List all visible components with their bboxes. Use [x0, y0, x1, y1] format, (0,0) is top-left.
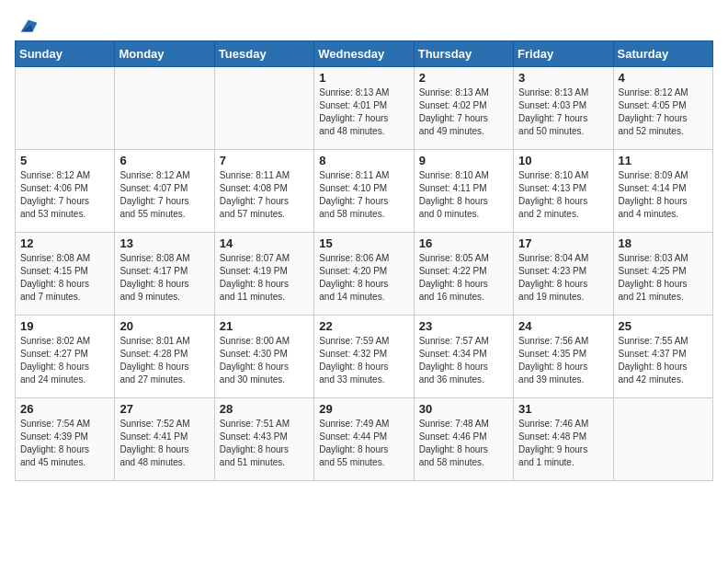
calendar-cell — [214, 67, 313, 150]
day-number: 7 — [220, 154, 309, 167]
day-info: Sunrise: 7:52 AM Sunset: 4:41 PM Dayligh… — [119, 418, 209, 469]
day-info: Sunrise: 7:51 AM Sunset: 4:43 PM Dayligh… — [220, 418, 309, 469]
calendar-cell: 5Sunrise: 8:12 AM Sunset: 4:06 PM Daylig… — [16, 150, 115, 233]
day-info: Sunrise: 8:13 AM Sunset: 4:01 PM Dayligh… — [319, 86, 408, 138]
day-number: 13 — [119, 236, 209, 250]
calendar-cell: 13Sunrise: 8:08 AM Sunset: 4:17 PM Dayli… — [115, 233, 214, 316]
day-info: Sunrise: 8:05 AM Sunset: 4:22 PM Dayligh… — [419, 252, 508, 304]
day-info: Sunrise: 8:08 AM Sunset: 4:15 PM Dayligh… — [20, 252, 109, 304]
day-info: Sunrise: 8:13 AM Sunset: 4:02 PM Dayligh… — [419, 86, 508, 138]
weekday-header-sunday: Sunday — [16, 41, 115, 67]
calendar-header: SundayMondayTuesdayWednesdayThursdayFrid… — [16, 41, 713, 67]
day-info: Sunrise: 7:54 AM Sunset: 4:39 PM Dayligh… — [20, 418, 109, 469]
calendar-cell: 11Sunrise: 8:09 AM Sunset: 4:14 PM Dayli… — [613, 150, 712, 233]
day-number: 11 — [619, 154, 708, 167]
day-info: Sunrise: 8:03 AM Sunset: 4:25 PM Dayligh… — [619, 252, 708, 304]
calendar-cell — [115, 67, 214, 150]
day-info: Sunrise: 7:56 AM Sunset: 4:35 PM Dayligh… — [518, 335, 608, 386]
day-info: Sunrise: 8:11 AM Sunset: 4:10 PM Dayligh… — [319, 169, 408, 221]
calendar-cell: 20Sunrise: 8:01 AM Sunset: 4:28 PM Dayli… — [115, 316, 214, 398]
day-info: Sunrise: 7:55 AM Sunset: 4:37 PM Dayligh… — [619, 335, 708, 386]
calendar-cell: 8Sunrise: 8:11 AM Sunset: 4:10 PM Daylig… — [314, 150, 414, 233]
day-number: 2 — [419, 71, 508, 85]
calendar-week-5: 26Sunrise: 7:54 AM Sunset: 4:39 PM Dayli… — [16, 398, 713, 481]
calendar-table: SundayMondayTuesdayWednesdayThursdayFrid… — [15, 40, 713, 481]
day-number: 29 — [319, 402, 408, 416]
day-number: 3 — [518, 71, 608, 85]
day-info: Sunrise: 8:09 AM Sunset: 4:14 PM Dayligh… — [619, 169, 708, 221]
calendar-week-2: 5Sunrise: 8:12 AM Sunset: 4:06 PM Daylig… — [16, 150, 713, 233]
day-number: 25 — [619, 319, 708, 333]
day-info: Sunrise: 8:04 AM Sunset: 4:23 PM Dayligh… — [518, 252, 608, 304]
weekday-header-thursday: Thursday — [414, 41, 513, 67]
day-number: 18 — [619, 236, 708, 250]
day-number: 19 — [20, 319, 109, 333]
calendar-cell: 4Sunrise: 8:12 AM Sunset: 4:05 PM Daylig… — [613, 67, 712, 150]
day-number: 10 — [518, 154, 608, 167]
calendar-cell: 18Sunrise: 8:03 AM Sunset: 4:25 PM Dayli… — [613, 233, 712, 316]
calendar-cell: 6Sunrise: 8:12 AM Sunset: 4:07 PM Daylig… — [115, 150, 214, 233]
calendar-week-3: 12Sunrise: 8:08 AM Sunset: 4:15 PM Dayli… — [16, 233, 713, 316]
day-info: Sunrise: 8:11 AM Sunset: 4:08 PM Dayligh… — [220, 169, 309, 221]
calendar-cell: 7Sunrise: 8:11 AM Sunset: 4:08 PM Daylig… — [214, 150, 313, 233]
day-number: 24 — [518, 319, 608, 333]
day-info: Sunrise: 8:08 AM Sunset: 4:17 PM Dayligh… — [119, 252, 209, 304]
day-info: Sunrise: 7:46 AM Sunset: 4:48 PM Dayligh… — [518, 418, 608, 469]
day-number: 28 — [220, 402, 309, 416]
calendar-cell: 1Sunrise: 8:13 AM Sunset: 4:01 PM Daylig… — [314, 67, 414, 150]
calendar-cell: 2Sunrise: 8:13 AM Sunset: 4:02 PM Daylig… — [414, 67, 513, 150]
day-number: 16 — [419, 236, 508, 250]
day-number: 4 — [619, 71, 708, 85]
day-info: Sunrise: 7:48 AM Sunset: 4:46 PM Dayligh… — [419, 418, 508, 469]
day-number: 14 — [220, 236, 309, 250]
day-number: 1 — [319, 71, 408, 85]
calendar-body: 1Sunrise: 8:13 AM Sunset: 4:01 PM Daylig… — [16, 67, 713, 481]
calendar-week-1: 1Sunrise: 8:13 AM Sunset: 4:01 PM Daylig… — [16, 67, 713, 150]
day-number: 9 — [419, 154, 508, 167]
calendar-cell: 14Sunrise: 8:07 AM Sunset: 4:19 PM Dayli… — [214, 233, 313, 316]
calendar-cell: 16Sunrise: 8:05 AM Sunset: 4:22 PM Dayli… — [414, 233, 513, 316]
weekday-header-saturday: Saturday — [613, 41, 712, 67]
day-info: Sunrise: 7:59 AM Sunset: 4:32 PM Dayligh… — [319, 335, 408, 386]
day-number: 8 — [319, 154, 408, 167]
day-number: 20 — [119, 319, 209, 333]
day-info: Sunrise: 8:12 AM Sunset: 4:05 PM Dayligh… — [619, 86, 708, 138]
day-info: Sunrise: 7:57 AM Sunset: 4:34 PM Dayligh… — [419, 335, 508, 386]
day-number: 23 — [419, 319, 508, 333]
calendar-cell — [613, 398, 712, 481]
day-number: 15 — [319, 236, 408, 250]
calendar-cell: 24Sunrise: 7:56 AM Sunset: 4:35 PM Dayli… — [514, 316, 613, 398]
calendar-cell: 27Sunrise: 7:52 AM Sunset: 4:41 PM Dayli… — [115, 398, 214, 481]
calendar-cell: 10Sunrise: 8:10 AM Sunset: 4:13 PM Dayli… — [514, 150, 613, 233]
day-number: 6 — [119, 154, 209, 167]
day-info: Sunrise: 8:06 AM Sunset: 4:20 PM Dayligh… — [319, 252, 408, 304]
logo — [15, 15, 39, 33]
day-number: 31 — [518, 402, 608, 416]
calendar-cell: 9Sunrise: 8:10 AM Sunset: 4:11 PM Daylig… — [414, 150, 513, 233]
day-number: 22 — [319, 319, 408, 333]
weekday-header-friday: Friday — [514, 41, 613, 67]
day-number: 12 — [20, 236, 109, 250]
day-info: Sunrise: 7:49 AM Sunset: 4:44 PM Dayligh… — [319, 418, 408, 469]
day-number: 30 — [419, 402, 508, 416]
day-info: Sunrise: 8:12 AM Sunset: 4:06 PM Dayligh… — [20, 169, 109, 221]
calendar-cell: 21Sunrise: 8:00 AM Sunset: 4:30 PM Dayli… — [214, 316, 313, 398]
calendar-cell: 17Sunrise: 8:04 AM Sunset: 4:23 PM Dayli… — [514, 233, 613, 316]
weekday-header-tuesday: Tuesday — [214, 41, 313, 67]
day-info: Sunrise: 8:07 AM Sunset: 4:19 PM Dayligh… — [220, 252, 309, 304]
day-info: Sunrise: 8:13 AM Sunset: 4:03 PM Dayligh… — [518, 86, 608, 138]
weekday-header-row: SundayMondayTuesdayWednesdayThursdayFrid… — [16, 41, 713, 67]
calendar-cell: 26Sunrise: 7:54 AM Sunset: 4:39 PM Dayli… — [16, 398, 115, 481]
calendar-cell: 31Sunrise: 7:46 AM Sunset: 4:48 PM Dayli… — [514, 398, 613, 481]
logo-icon — [17, 15, 39, 37]
day-number: 26 — [20, 402, 109, 416]
calendar-cell: 3Sunrise: 8:13 AM Sunset: 4:03 PM Daylig… — [514, 67, 613, 150]
calendar-cell: 28Sunrise: 7:51 AM Sunset: 4:43 PM Dayli… — [214, 398, 313, 481]
calendar-cell: 15Sunrise: 8:06 AM Sunset: 4:20 PM Dayli… — [314, 233, 414, 316]
page-header — [15, 15, 713, 33]
day-info: Sunrise: 8:12 AM Sunset: 4:07 PM Dayligh… — [119, 169, 209, 221]
calendar-cell: 30Sunrise: 7:48 AM Sunset: 4:46 PM Dayli… — [414, 398, 513, 481]
calendar-cell: 12Sunrise: 8:08 AM Sunset: 4:15 PM Dayli… — [16, 233, 115, 316]
weekday-header-monday: Monday — [115, 41, 214, 67]
day-info: Sunrise: 8:10 AM Sunset: 4:13 PM Dayligh… — [518, 169, 608, 221]
